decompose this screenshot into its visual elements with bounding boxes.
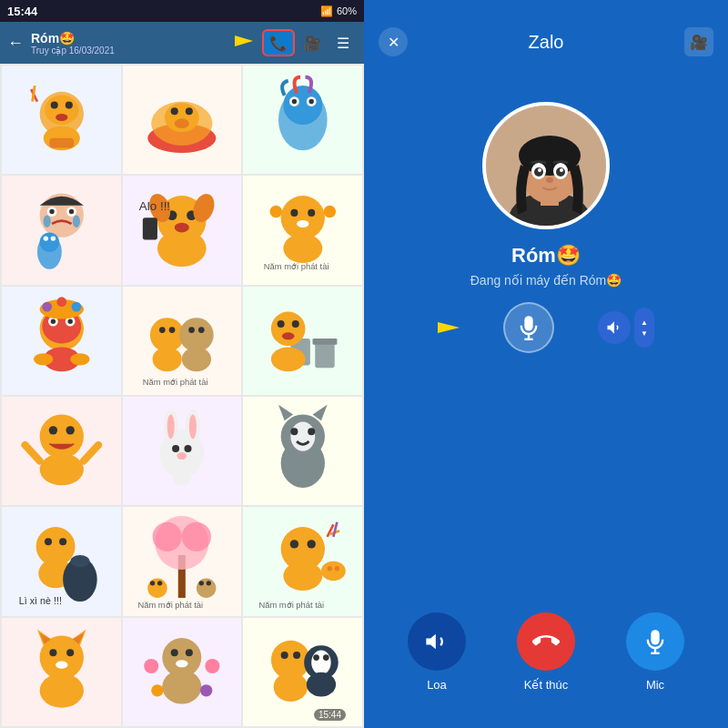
right-panel: ✕ Zalo 🎥 (364, 0, 728, 728)
svg-point-115 (157, 581, 162, 585)
menu-button[interactable]: ☰ (329, 29, 357, 56)
video-icon: 🎥 (303, 35, 321, 52)
extra-icons: ▲ ▼ (598, 308, 654, 348)
svg-point-118 (207, 581, 211, 585)
svg-point-58 (56, 297, 66, 307)
svg-point-77 (292, 320, 299, 328)
svg-point-20 (292, 99, 297, 104)
svg-point-155 (313, 654, 319, 661)
svg-point-31 (43, 237, 47, 241)
svg-point-54 (50, 318, 55, 323)
svg-rect-40 (143, 218, 157, 240)
end-call-button[interactable] (517, 612, 575, 671)
svg-text:Lì xì nè !!!: Lì xì nè !!! (18, 595, 61, 606)
sticker-10 (2, 397, 121, 505)
status-time: 15:44 (7, 5, 37, 18)
connecting-row: ▲ ▼ (438, 302, 654, 353)
svg-point-93 (177, 452, 187, 460)
svg-point-135 (39, 673, 83, 708)
svg-point-32 (50, 237, 55, 241)
svg-point-107 (70, 555, 89, 567)
svg-point-4 (65, 102, 72, 109)
sticker-6: Năm mới phát tài (243, 176, 362, 284)
svg-text:Alo !!!: Alo !!! (139, 200, 170, 214)
svg-rect-73 (312, 339, 337, 345)
svg-point-83 (39, 453, 83, 485)
scroll-indicator: ▲ ▼ (634, 308, 654, 348)
svg-rect-7 (49, 138, 74, 148)
svg-point-67 (188, 327, 195, 333)
svg-point-141 (171, 649, 178, 656)
svg-point-156 (323, 654, 329, 661)
sticker-2 (123, 66, 242, 174)
svg-point-26 (68, 209, 73, 214)
avatar-image (486, 106, 610, 229)
svg-point-143 (176, 660, 187, 667)
svg-point-157 (307, 672, 336, 696)
svg-point-70 (182, 347, 211, 371)
mic-button[interactable] (626, 612, 684, 671)
sticker-18 (243, 618, 362, 726)
svg-point-127 (321, 561, 346, 581)
svg-point-27 (43, 216, 50, 228)
svg-point-62 (70, 353, 89, 365)
video-call-button[interactable]: 🎥 (298, 29, 326, 56)
svg-point-15 (175, 118, 189, 128)
svg-point-59 (71, 301, 81, 311)
svg-point-103 (45, 538, 52, 545)
svg-point-147 (151, 684, 163, 696)
svg-point-3 (50, 102, 57, 109)
svg-marker-170 (438, 322, 460, 333)
svg-point-57 (42, 301, 52, 311)
svg-point-122 (307, 541, 315, 549)
svg-point-82 (66, 426, 74, 434)
svg-point-91 (172, 445, 179, 452)
svg-point-148 (200, 684, 212, 696)
svg-point-90 (189, 414, 197, 439)
mic-active-indicator[interactable] (503, 302, 554, 353)
left-panel: 15:44 📶 60% ← Róm🤩 Truy cập 16/03/2021 📞 (0, 0, 364, 728)
svg-point-134 (56, 661, 67, 668)
svg-point-75 (271, 311, 306, 346)
sticker-13: Lì xì nè !!! (2, 507, 121, 615)
svg-line-9 (32, 86, 35, 101)
call-top-bar: ✕ Zalo 🎥 (364, 0, 728, 66)
call-controls: Loa Kết thúc (364, 612, 728, 692)
svg-point-37 (175, 223, 189, 233)
sticker-8: Năm mới phát tài (123, 287, 242, 395)
mic-control: Mic (626, 612, 684, 692)
header-icons: 📞 🎥 ☰ (262, 29, 357, 56)
svg-point-42 (280, 196, 324, 239)
svg-point-146 (205, 659, 219, 673)
svg-point-63 (150, 318, 185, 352)
video-call-icon: 🎥 (690, 34, 708, 51)
svg-point-78 (282, 332, 294, 339)
sticker-9 (243, 287, 362, 395)
status-icons: 📶 60% (320, 5, 357, 17)
speaker-button-icon (424, 629, 450, 654)
svg-point-129 (335, 566, 339, 571)
svg-point-167 (538, 168, 541, 172)
svg-point-55 (67, 318, 72, 323)
sticker-17 (123, 618, 242, 726)
speaker-label: Loa (427, 678, 447, 692)
contact-info: Róm🤩 Truy cập 16/03/2021 (31, 31, 255, 56)
svg-point-111 (153, 522, 182, 551)
svg-point-21 (308, 99, 313, 104)
back-button[interactable]: ← (7, 34, 24, 53)
svg-point-65 (169, 327, 176, 333)
sticker-1 (2, 66, 121, 174)
svg-point-99 (308, 428, 315, 435)
speaker-button[interactable] (408, 612, 466, 671)
svg-rect-72 (315, 340, 334, 368)
video-toggle-button[interactable]: 🎥 (684, 27, 713, 56)
speaker-small-icon[interactable] (598, 311, 631, 344)
phone-call-button[interactable]: 📞 (262, 29, 295, 56)
app-title: Zalo (529, 32, 564, 53)
svg-point-98 (290, 428, 298, 435)
wifi-icon: 📶 (320, 5, 333, 17)
sticker-3 (243, 66, 362, 174)
svg-point-48 (323, 206, 335, 217)
svg-point-104 (59, 538, 66, 545)
minimize-button[interactable]: ✕ (379, 27, 408, 56)
